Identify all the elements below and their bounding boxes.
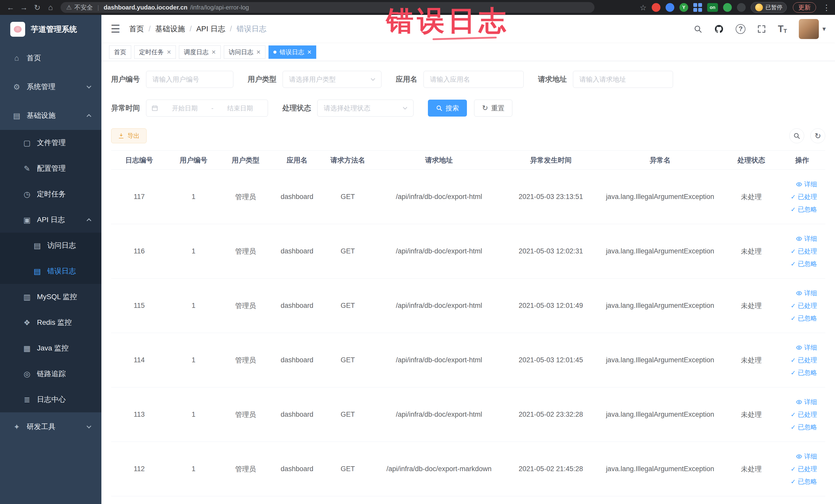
mark-processed-link[interactable]: ✓ 已处理 bbox=[791, 465, 817, 473]
eye-icon bbox=[796, 181, 802, 187]
toggle-search-button[interactable] bbox=[789, 128, 804, 143]
extension-on-badge-icon[interactable]: on bbox=[707, 3, 718, 12]
mark-ignored-link[interactable]: ✓ 已忽略 bbox=[791, 368, 817, 377]
mark-ignored-link[interactable]: ✓ 已忽略 bbox=[791, 205, 817, 214]
detail-link[interactable]: 详细 bbox=[796, 452, 817, 461]
end-date-placeholder[interactable]: 结束日期 bbox=[218, 104, 263, 113]
error-log-table: 日志编号 用户编号 用户类型 应用名 请求方法名 请求地址 异常发生时间 异常名… bbox=[111, 150, 825, 496]
mark-processed-link[interactable]: ✓ 已处理 bbox=[791, 356, 817, 364]
extensions-puzzle-icon[interactable] bbox=[737, 3, 746, 12]
cell-exception-time: 2021-05-03 12:01:45 bbox=[505, 333, 596, 387]
sidebar-item-infra[interactable]: ▤ 基础设施 bbox=[0, 101, 101, 130]
detail-link[interactable]: 详细 bbox=[796, 343, 817, 352]
sidebar-item-mysql[interactable]: ▥ MySQL 监控 bbox=[0, 284, 101, 310]
extension-green-y-icon[interactable]: Y bbox=[679, 3, 688, 12]
browser-update-button[interactable]: 更新 bbox=[793, 2, 816, 13]
tab-error-log[interactable]: 错误日志 × bbox=[268, 45, 316, 59]
font-size-icon[interactable]: TT bbox=[778, 24, 787, 35]
mark-ignored-link[interactable]: ✓ 已忽略 bbox=[791, 314, 817, 322]
sidebar-item-java[interactable]: ▦ Java 监控 bbox=[0, 335, 101, 361]
address-bar[interactable]: ⚠ 不安全 | dashboard.yudao.iocoder.cn/infra… bbox=[61, 2, 594, 13]
tab-access-log[interactable]: 访问日志 × bbox=[224, 45, 265, 59]
cell-exception-time: 2021-05-03 23:13:51 bbox=[505, 170, 596, 224]
eye-icon bbox=[796, 236, 802, 242]
help-icon[interactable]: ? bbox=[736, 24, 746, 34]
sidebar-item-devtool[interactable]: ✦ 研发工具 bbox=[0, 412, 101, 441]
fullscreen-icon[interactable] bbox=[757, 25, 766, 33]
app-logo[interactable]: 芋道管理系统 bbox=[0, 15, 101, 44]
col-header-user-type: 用户类型 bbox=[220, 151, 271, 170]
mark-processed-link[interactable]: ✓ 已处理 bbox=[791, 193, 817, 201]
sidebar-item-trace[interactable]: ◎ 链路追踪 bbox=[0, 361, 101, 387]
table-row: 116 1 管理员 dashboard GET /api/infra/db-do… bbox=[111, 224, 825, 279]
hamburger-icon[interactable]: ☰ bbox=[110, 24, 120, 35]
mark-ignored-link[interactable]: ✓ 已忽略 bbox=[791, 477, 817, 486]
sidebar-item-error-log[interactable]: ▤ 错误日志 bbox=[0, 258, 101, 284]
sidebar-item-file[interactable]: ▢ 文件管理 bbox=[0, 130, 101, 156]
infra-menu-icon: ▤ bbox=[12, 111, 22, 120]
mark-processed-link[interactable]: ✓ 已处理 bbox=[791, 410, 817, 419]
exception-time-label: 异常时间 bbox=[111, 103, 140, 113]
close-icon[interactable]: × bbox=[307, 48, 311, 56]
close-icon[interactable]: × bbox=[211, 48, 216, 56]
cell-actions: 详细 ✓ 已处理 ✓ 已忽略 bbox=[779, 387, 825, 442]
filter-exception-time: 异常时间 开始日期 - 结束日期 bbox=[111, 100, 268, 117]
refresh-table-button[interactable]: ↻ bbox=[810, 128, 825, 143]
export-button[interactable]: 导出 bbox=[111, 128, 147, 143]
breadcrumb: 首页 / 基础设施 / API 日志 / 错误日志 bbox=[129, 24, 266, 34]
sidebar-item-job[interactable]: ◷ 定时任务 bbox=[0, 181, 101, 207]
start-date-placeholder[interactable]: 开始日期 bbox=[162, 104, 207, 113]
sidebar-item-config[interactable]: ✎ 配置管理 bbox=[0, 156, 101, 181]
close-icon[interactable]: × bbox=[257, 48, 261, 56]
forward-icon[interactable]: → bbox=[18, 2, 30, 13]
date-range-picker[interactable]: 开始日期 - 结束日期 bbox=[146, 100, 268, 117]
mark-ignored-link[interactable]: ✓ 已忽略 bbox=[791, 423, 817, 431]
tab-job[interactable]: 定时任务 × bbox=[134, 45, 176, 59]
extension-blue-drop-icon[interactable] bbox=[666, 3, 674, 12]
close-icon[interactable]: × bbox=[167, 48, 171, 56]
breadcrumb-apilog[interactable]: API 日志 bbox=[196, 24, 225, 34]
reload-icon[interactable]: ↻ bbox=[31, 2, 43, 13]
sidebar-item-apilog[interactable]: ▣ API 日志 bbox=[0, 207, 101, 233]
mark-processed-link[interactable]: ✓ 已处理 bbox=[791, 247, 817, 256]
sidebar-item-redis[interactable]: ❖ Redis 监控 bbox=[0, 310, 101, 335]
search-icon[interactable] bbox=[694, 25, 702, 33]
user-type-select[interactable]: 请选择用户类型 bbox=[283, 71, 382, 88]
breadcrumb-home[interactable]: 首页 bbox=[129, 24, 144, 34]
app-name-input[interactable] bbox=[424, 71, 524, 88]
sidebar-item-access-log[interactable]: ▤ 访问日志 bbox=[0, 233, 101, 258]
bookmark-star-icon[interactable]: ☆ bbox=[640, 3, 647, 12]
cell-user-id: 1 bbox=[167, 279, 220, 333]
detail-link[interactable]: 详细 bbox=[796, 180, 817, 188]
sidebar-item-logcenter[interactable]: ≣ 日志中心 bbox=[0, 387, 101, 412]
reset-button[interactable]: ↻ 重置 bbox=[474, 100, 512, 117]
request-url-input[interactable] bbox=[573, 71, 673, 88]
extension-green2-icon[interactable] bbox=[723, 3, 732, 12]
sidebar-item-system[interactable]: ⚙ 系统管理 bbox=[0, 73, 101, 101]
security-label[interactable]: 不安全 bbox=[75, 3, 93, 12]
mark-processed-link[interactable]: ✓ 已处理 bbox=[791, 301, 817, 310]
browser-menu-icon[interactable]: ⋮ bbox=[823, 3, 830, 12]
github-icon[interactable] bbox=[714, 24, 724, 34]
home-icon[interactable]: ⌂ bbox=[45, 2, 57, 13]
cell-status: 未处理 bbox=[724, 170, 779, 224]
detail-link[interactable]: 详细 bbox=[796, 289, 817, 297]
back-icon[interactable]: ← bbox=[5, 2, 16, 13]
extension-red-icon[interactable] bbox=[652, 3, 660, 12]
mark-ignored-link[interactable]: ✓ 已忽略 bbox=[791, 260, 817, 268]
user-avatar-menu[interactable]: ▾ bbox=[799, 19, 826, 39]
process-status-select[interactable]: 请选择处理状态 bbox=[317, 100, 413, 117]
tab-home[interactable]: 首页 bbox=[109, 45, 131, 59]
cell-exception-name: java.lang.IllegalArgumentException bbox=[596, 387, 724, 442]
detail-link[interactable]: 详细 bbox=[796, 235, 817, 243]
search-button[interactable]: 搜索 bbox=[428, 100, 467, 117]
sidebar-item-home[interactable]: ⌂ 首页 bbox=[0, 44, 101, 73]
avatar bbox=[799, 19, 819, 39]
log-center-icon: ≣ bbox=[22, 395, 32, 404]
user-id-input[interactable] bbox=[146, 71, 233, 88]
detail-link[interactable]: 详细 bbox=[796, 398, 817, 406]
breadcrumb-infra[interactable]: 基础设施 bbox=[155, 24, 185, 34]
tab-job-log[interactable]: 调度日志 × bbox=[179, 45, 221, 59]
extension-grid-icon[interactable] bbox=[693, 3, 702, 12]
profile-paused-badge[interactable]: 已暂停 bbox=[751, 2, 787, 13]
